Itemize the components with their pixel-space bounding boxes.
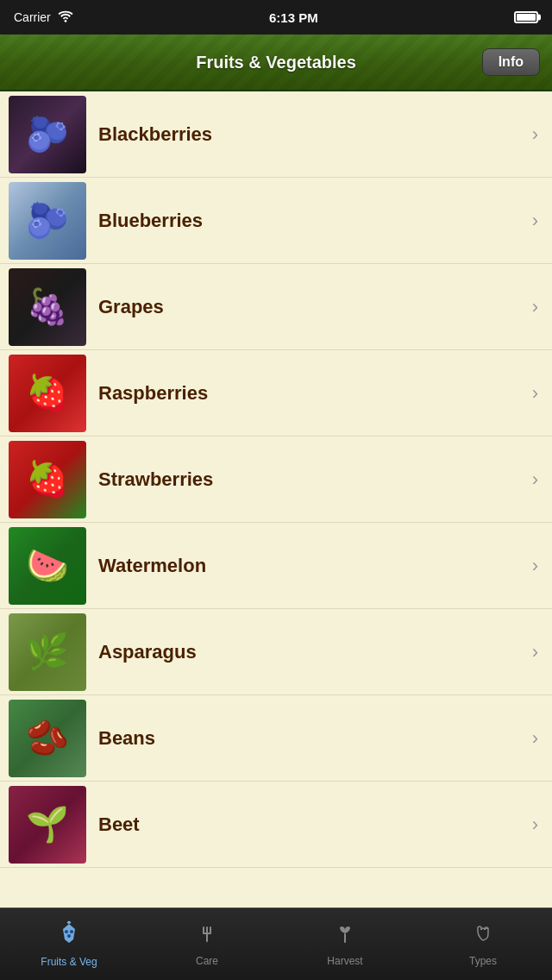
list-item-chevron-watermelon: › bbox=[532, 555, 538, 577]
status-time: 6:13 PM bbox=[269, 10, 318, 25]
svg-point-2 bbox=[65, 930, 68, 933]
list-item-raspberries[interactable]: 🍓Raspberries› bbox=[0, 350, 552, 437]
list-item-chevron-grapes: › bbox=[532, 296, 538, 318]
svg-point-3 bbox=[70, 930, 73, 933]
list-container: 🫐Blackberries›🫐Blueberries›🍇Grapes›🍓Rasp… bbox=[0, 91, 552, 908]
list-item-label-strawberries: Strawberries bbox=[98, 468, 525, 491]
svg-rect-11 bbox=[210, 927, 211, 933]
list-item-chevron-asparagus: › bbox=[532, 641, 538, 663]
status-bar: Carrier 6:13 PM bbox=[0, 0, 552, 35]
list-item-chevron-strawberries: › bbox=[532, 468, 538, 491]
list-item-label-beets: Beet bbox=[98, 814, 525, 836]
list-item-image-blackberries: 🫐 bbox=[9, 96, 86, 173]
list-item-image-raspberries: 🍓 bbox=[9, 355, 86, 432]
list-item-strawberries[interactable]: 🍓Strawberries› bbox=[0, 437, 552, 523]
list-item-image-asparagus: 🌿 bbox=[9, 613, 86, 691]
list-item-chevron-blackberries: › bbox=[532, 123, 538, 146]
list-item-grapes[interactable]: 🍇Grapes› bbox=[0, 264, 552, 350]
tab-types-label: Types bbox=[469, 955, 497, 967]
tab-types-icon bbox=[471, 921, 495, 952]
tab-care[interactable]: Care bbox=[138, 908, 276, 980]
list-item-asparagus[interactable]: 🌿Asparagus› bbox=[0, 609, 552, 695]
tab-fruits-veg[interactable]: Fruits & Veg bbox=[0, 908, 138, 980]
list-item-beans[interactable]: 🫘Beans› bbox=[0, 695, 552, 782]
nav-title: Fruits & Vegetables bbox=[196, 53, 356, 72]
tab-types[interactable]: Types bbox=[414, 908, 552, 980]
tab-bar: Fruits & Veg Care Harvest bbox=[0, 908, 552, 980]
list-item-blackberries[interactable]: 🫐Blackberries› bbox=[0, 91, 552, 178]
svg-rect-9 bbox=[203, 927, 204, 933]
svg-rect-10 bbox=[206, 927, 208, 933]
list-item-chevron-raspberries: › bbox=[532, 382, 538, 405]
svg-point-4 bbox=[67, 934, 71, 938]
carrier-label: Carrier bbox=[14, 10, 51, 24]
tab-fruits-veg-label: Fruits & Veg bbox=[41, 956, 97, 968]
wifi-icon bbox=[58, 10, 73, 25]
list-item-label-grapes: Grapes bbox=[98, 296, 525, 318]
list-item-beets[interactable]: 🌱Beet› bbox=[0, 782, 552, 868]
list-item-label-raspberries: Raspberries bbox=[98, 382, 525, 405]
info-button[interactable]: Info bbox=[482, 48, 540, 76]
list-item-blueberries[interactable]: 🫐Blueberries› bbox=[0, 178, 552, 264]
list-item-image-beets: 🌱 bbox=[9, 786, 86, 864]
svg-point-0 bbox=[64, 20, 66, 22]
svg-rect-13 bbox=[344, 933, 346, 943]
list-item-label-watermelon: Watermelon bbox=[98, 555, 525, 577]
list-item-label-beans: Beans bbox=[98, 727, 525, 750]
nav-bar: Fruits & Vegetables Info bbox=[0, 35, 552, 91]
tab-harvest-label: Harvest bbox=[327, 955, 362, 967]
svg-rect-12 bbox=[203, 933, 211, 934]
list-item-image-strawberries: 🍓 bbox=[9, 441, 86, 518]
list-item-watermelon[interactable]: 🍉Watermelon› bbox=[0, 523, 552, 609]
list-item-image-grapes: 🍇 bbox=[9, 268, 86, 346]
list-item-chevron-beans: › bbox=[532, 727, 538, 750]
battery-icon bbox=[514, 11, 538, 23]
list-item-chevron-blueberries: › bbox=[532, 210, 538, 232]
tab-harvest-icon bbox=[333, 921, 357, 952]
list-item-label-asparagus: Asparagus bbox=[98, 641, 525, 663]
tab-harvest[interactable]: Harvest bbox=[276, 908, 414, 980]
list-item-label-blackberries: Blackberries bbox=[98, 123, 525, 146]
list-item-image-beans: 🫘 bbox=[9, 700, 86, 777]
list-item-image-blueberries: 🫐 bbox=[9, 182, 86, 260]
tab-care-label: Care bbox=[196, 955, 218, 967]
status-right bbox=[514, 11, 538, 23]
tab-care-icon bbox=[195, 921, 219, 952]
list-item-chevron-beets: › bbox=[532, 814, 538, 836]
status-left: Carrier bbox=[14, 10, 73, 25]
svg-marker-1 bbox=[63, 924, 75, 943]
list-item-image-watermelon: 🍉 bbox=[9, 527, 86, 605]
list-item-label-blueberries: Blueberries bbox=[98, 210, 525, 232]
tab-fruits-veg-icon bbox=[56, 920, 82, 952]
